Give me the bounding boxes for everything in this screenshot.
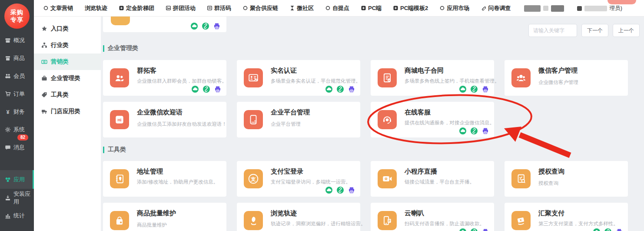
tag-icon [41,92,47,98]
nav-item-label: 文章营销 [50,4,73,12]
sidebar-item-messages[interactable]: 消息 82 [0,138,34,156]
print-action-icon[interactable] [213,23,220,30]
app-card-browse-track[interactable]: 浏览轨迹 轨迹记录，洞察浏览偏好，进行精细运营。 [237,203,360,231]
app-card-real-name-auth[interactable]: 实名认证 多场景业务实名认证，平台规范化管理。 [237,60,360,96]
sidebar-bottom-group: 应用 安装应用 统计 [0,170,34,224]
cloud-action-icon[interactable] [459,127,466,134]
app-card-wecom-welcome[interactable]: Hi 企业微信欢迎语 企业微信员工添加好友自动发送欢迎语！ [103,102,226,137]
group-users-icon [114,72,125,84]
app-icon: ¥ [511,211,531,230]
nav-item-label: 问卷调查 [488,4,511,12]
app-card-e-contract[interactable]: a 商城电子合同 多场景多角色线上签约，手机端查看管理。 [371,60,494,96]
sidebar-item-orders[interactable]: 订单 [0,85,34,103]
nav-item-supply-chain[interactable]: 聚合供应链 [243,4,278,12]
category-item-industry[interactable]: 行业类 [34,37,101,54]
keyword-finder: 下一个 上一个 [528,24,640,37]
category-item-store-apps[interactable]: 门店应用类 [34,103,101,120]
app-card-quntuoke[interactable]: 群拓客 企业微信群入群即会员，加群自动锁客。 [103,60,226,96]
category-item-enterprise[interactable]: 企业管理类 [34,70,101,87]
link-action-icon[interactable] [604,228,611,231]
app-card-goods-batch[interactable]: 商品批量维护 商品批量维护 [103,203,226,231]
install-icon [5,195,11,201]
sidebar-item-system[interactable]: 系统 [0,121,34,138]
app-card-huiju-pay[interactable]: ¥ 汇聚支付 第三方支付渠道，支付方式多样性。 [505,203,628,231]
sidebar-item-goods[interactable]: 商品 [0,49,34,67]
nav-item-group-qr[interactable]: 群活码 [207,4,231,12]
sidebar-item-apps[interactable]: 应用 [0,170,34,189]
cloud-action-icon[interactable] [593,228,600,231]
nav-item-group-buy[interactable]: 拼团活动 [166,4,196,12]
next-button[interactable]: 下一个 [581,24,608,37]
cloud-action-icon[interactable] [459,86,466,93]
sidebar-item-stats[interactable]: 统计 [0,207,34,224]
redacted-user-info [551,5,564,12]
cloud-action-icon[interactable] [325,187,332,194]
app-icon [378,169,397,188]
prev-button[interactable]: 上一个 [613,24,640,37]
print-action-icon[interactable] [482,127,489,134]
user-account-area[interactable]: 理员) [524,0,622,17]
nav-item-deposit-ladder-group[interactable]: 定金阶梯团 [119,4,154,12]
link-action-icon[interactable] [202,23,209,30]
card-actions [593,228,623,231]
users-icon [5,73,11,79]
app-card-cloud-speaker[interactable]: 云喇叭 扫码支付语音播报，防止遗漏收款。 [371,203,494,231]
cloud-action-icon[interactable] [325,86,332,93]
app-icon [110,169,129,188]
nav-item-pickup-point[interactable]: 自提点 [325,4,349,12]
link-action-icon[interactable] [471,228,478,231]
circle-icon [43,6,48,10]
sidebar-item-install-apps[interactable]: 安装应用 [0,189,34,207]
partial-app-card[interactable] [103,17,226,32]
link-action-icon[interactable] [471,86,478,93]
print-action-icon[interactable] [482,228,489,231]
app-card-wechat-customer-mgmt[interactable]: 微信客户管理 企业微信客户管理 [505,60,628,96]
nav-item-pc-template2[interactable]: PC端模板2 [393,4,428,12]
app-card-address-mgmt[interactable]: 地址管理 添加/修改地址，协助用户更改信息。 [103,161,226,197]
card-actions [459,127,489,134]
app-card-auth-query[interactable]: 授权查询 授权查询 [505,161,628,197]
nav-item-pc[interactable]: PC端 [361,4,382,12]
print-action-icon[interactable] [616,228,623,231]
print-action-icon[interactable] [214,86,221,93]
app-card-online-service[interactable]: 在线客服 提供在线沟通服务，对接企业微信消息。 [371,102,494,137]
link-action-icon[interactable] [337,86,344,93]
link-action-icon[interactable] [337,187,344,194]
app-icon [378,211,397,230]
link-action-icon[interactable] [203,86,210,93]
nav-item-article-marketing[interactable]: 文章营销 [43,4,73,12]
sidebar-item-overview[interactable]: 概况 [0,31,34,49]
category-item-marketing[interactable]: 营销类 [34,54,101,70]
wechat-customers-icon [515,72,527,84]
app-icon [110,211,129,230]
archive-icon [5,37,11,44]
app-card-platform-mgmt[interactable]: 企业平台管理 企业平台管理 [237,102,360,137]
sidebar-item-label: 安装应用 [13,190,34,206]
print-action-icon[interactable] [348,187,355,194]
nav-item-label: PC端 [368,4,382,12]
nav-item-survey[interactable]: 问卷调查 [481,4,511,12]
auth-query-icon [515,173,527,184]
category-item-entrance[interactable]: 入口类 [34,20,101,37]
live-camera-icon [382,173,393,184]
print-action-icon[interactable] [348,86,355,93]
app-card-miniprogram-live[interactable]: 小程序直播 链接公域流量，平台自主开播。 [371,161,494,197]
cloud-action-icon[interactable] [459,228,466,231]
category-item-label: 企业管理类 [51,74,80,82]
link-action-icon[interactable] [471,127,478,134]
cloud-action-icon[interactable] [192,86,199,93]
nav-item-micro-community[interactable]: 微社区 [290,4,314,12]
sidebar-item-finance[interactable]: ¥ 财务 [0,103,34,121]
nav-item-app-market[interactable]: 应用市场 [440,4,469,12]
app-card-alipay-login[interactable]: 支 支付宝登录 支付宝端登录访问，多端统一运营。 [237,161,360,197]
link-icon [481,6,486,10]
keyword-input[interactable] [528,24,577,37]
sidebar-item-members[interactable]: 会员 [0,67,34,85]
svg-text:Hi: Hi [117,118,121,122]
cloud-action-icon[interactable] [191,23,198,30]
top-right-cutoff-button[interactable] [607,0,636,4]
print-action-icon[interactable] [482,86,489,93]
app-icon [378,110,397,129]
category-item-tools[interactable]: 工具类 [34,87,101,103]
nav-item-browse-track[interactable]: 浏览轨迹 [85,4,107,12]
